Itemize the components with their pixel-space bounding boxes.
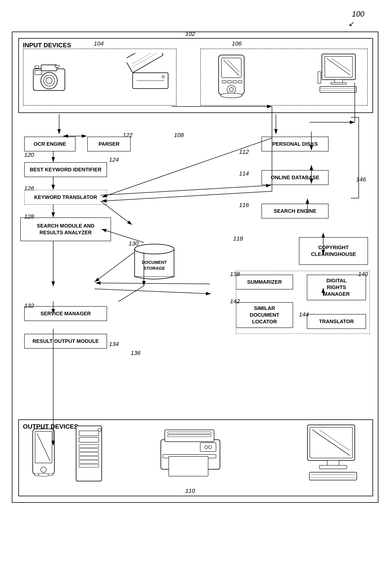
svg-rect-49 [79,445,99,448]
ref-130: 130 [129,240,139,247]
keyword-translator-label: KEYWORD TRANSLATOR [34,194,97,201]
svg-point-43 [38,473,49,476]
svg-point-63 [204,445,208,449]
svg-rect-21 [238,81,242,83]
ref-136: 136 [131,350,141,356]
ref-110-outside: 110 [185,487,195,494]
ref-106: 106 [232,40,242,47]
svg-rect-47 [79,431,99,436]
ref-126: 126 [24,185,34,192]
input-devices-box: INPUT DEVICES [18,38,373,113]
printer-output-icon [157,424,224,485]
right-group-dashed-box [236,271,370,334]
ref-138: 138 [230,271,240,277]
input-devices-label: INPUT DEVICES [23,42,71,49]
ref-146: 146 [356,176,366,183]
ref-140: 140 [358,271,368,277]
svg-point-42 [41,467,46,472]
svg-rect-19 [227,81,231,83]
desktop-computer-icon [316,52,361,97]
ref-120: 120 [24,151,34,158]
patent-arrow: ↙ [349,20,355,28]
document-storage-area: DOCUMENT STORAGE [127,243,182,283]
online-database-box: ONLINE DATABASE [262,170,329,185]
ref-132: 132 [24,302,34,309]
svg-rect-54 [79,464,99,467]
parser-label: PARSER [98,141,119,147]
search-engine-label: SEARCH ENGINE [274,208,316,215]
monitor-output-icon [305,423,361,484]
svg-point-44 [34,474,39,476]
personal-disks-label: PERSONAL DISKS [272,141,318,147]
copyright-clearinghouse-label: COPYRIGHT CLEARINGHOUSE [311,244,356,258]
svg-rect-59 [168,435,211,437]
svg-rect-58 [168,432,211,434]
search-module-box: SEARCH MODULE AND RESULTS ANALYZER [20,218,111,241]
svg-rect-53 [79,461,99,463]
svg-rect-31 [320,87,356,93]
input-sub-left-box [23,48,177,106]
main-diagram-box: INPUT DEVICES [12,32,378,503]
svg-rect-34 [318,72,321,84]
svg-point-13 [162,76,164,78]
svg-rect-52 [79,457,99,460]
parser-box: PARSER [87,137,131,151]
ref-114: 114 [239,170,249,177]
ref-142: 142 [230,298,240,305]
patent-number: 100 [352,10,364,18]
svg-rect-71 [309,472,357,480]
ocr-engine-box: OCR ENGINE [24,137,76,151]
tower-output-icon [74,424,121,487]
diagram-container: 100 ↙ 102 INPUT DEVICES [0,0,392,572]
svg-rect-69 [327,461,339,465]
result-output-module-label: RESULT OUTPUT MODULE [32,338,99,345]
ref-124: 124 [109,156,119,163]
best-keyword-identifier-box: BEST KEYWORD IDENTIFIER [24,162,107,177]
ref-104: 104 [94,40,104,47]
output-devices-box: OUTPUT DEVICES [18,419,373,496]
scanner-icon [127,53,170,96]
document-storage-cylinder: DOCUMENT STORAGE [127,243,182,283]
svg-point-36 [135,244,174,254]
svg-rect-5 [35,70,42,75]
svg-point-45 [48,474,53,476]
search-engine-box: SEARCH ENGINE [262,204,329,219]
result-output-module-box: RESULT OUTPUT MODULE [24,334,107,349]
service-manager-box: SERVICE MANAGER [24,306,107,321]
svg-rect-50 [79,449,99,452]
ref-118: 118 [233,235,243,242]
ref-116: 116 [239,202,249,208]
personal-disks-box: PERSONAL DISKS [262,137,329,151]
svg-point-23 [229,88,233,92]
svg-rect-20 [233,81,237,83]
svg-rect-7 [55,65,59,67]
ref-122: 122 [123,132,133,138]
copyright-clearinghouse-box: COPYRIGHT CLEARINGHOUSE [299,237,368,265]
ref-112: 112 [239,148,249,155]
mobile-output-icon [31,428,56,483]
svg-point-64 [208,445,212,449]
svg-point-4 [46,78,52,84]
ref-128: 128 [24,213,34,220]
ref-102-outside: 102 [185,31,195,37]
ref-108: 108 [174,132,184,138]
svg-text:DOCUMENT: DOCUMENT [142,260,167,265]
svg-point-55 [98,428,101,431]
svg-rect-51 [79,453,99,456]
keyword-translator-box: KEYWORD TRANSLATOR [24,190,107,205]
svg-rect-29 [335,80,343,83]
svg-rect-30 [331,83,346,84]
svg-text:STORAGE: STORAGE [144,266,165,271]
svg-point-24 [220,93,242,98]
service-manager-label: SERVICE MANAGER [40,310,91,317]
online-database-label: ONLINE DATABASE [271,174,319,181]
svg-rect-6 [35,66,39,68]
svg-rect-48 [79,437,99,442]
camera-icon [29,55,69,95]
svg-rect-70 [319,465,347,469]
svg-rect-1 [41,65,57,71]
svg-rect-9 [127,53,163,73]
svg-rect-18 [222,81,226,83]
input-sub-right-box [200,48,368,106]
search-module-label: SEARCH MODULE AND RESULTS ANALYZER [37,222,94,236]
